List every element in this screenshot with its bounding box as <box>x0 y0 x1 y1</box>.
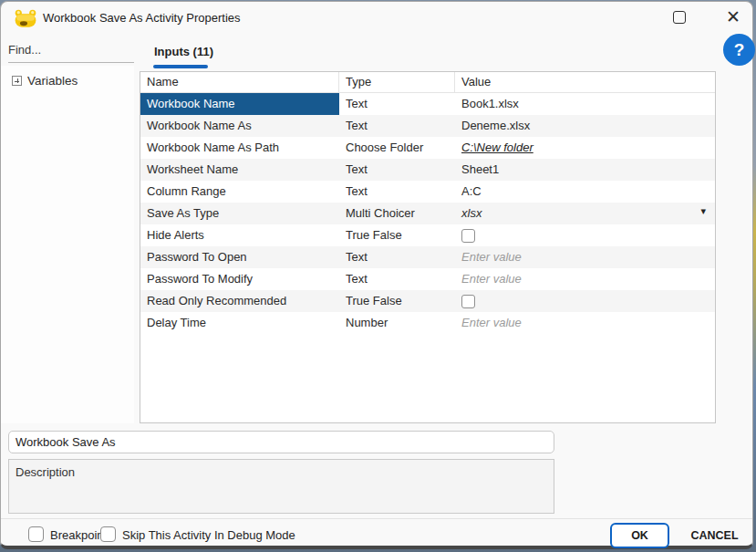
column-header-type[interactable]: Type <box>339 72 455 92</box>
row-type-cell: True False <box>339 224 455 246</box>
row-value-cell[interactable] <box>455 224 715 246</box>
row-value-cell[interactable]: A:C <box>455 181 715 203</box>
tree-item-variables[interactable]: Variables <box>12 74 78 88</box>
row-type-cell: Text <box>339 246 455 268</box>
properties-dialog: Workbook Save As Activity Properties ✕ ?… <box>0 1 753 549</box>
value-text[interactable]: xlsx <box>461 206 482 220</box>
row-name-cell[interactable]: Worksheet Name <box>140 159 339 181</box>
row-type-cell: Text <box>339 181 455 203</box>
row-type-cell: Text <box>339 268 455 290</box>
help-button[interactable]: ? <box>723 34 755 66</box>
row-name-cell[interactable]: Workbook Name <box>140 93 339 115</box>
row-type-cell: Text <box>339 115 455 137</box>
row-type-cell: Number <box>339 312 455 334</box>
column-header-value[interactable]: Value <box>455 72 715 92</box>
value-text[interactable]: Enter value <box>461 272 522 286</box>
row-value-cell[interactable]: Book1.xlsx <box>455 93 715 115</box>
description-textarea[interactable]: Description <box>8 459 554 514</box>
expand-plus-icon[interactable] <box>12 76 22 86</box>
table-row[interactable]: Workbook Name Text Book1.xlsx <box>140 93 715 115</box>
value-text[interactable]: Sheet1 <box>461 162 499 176</box>
value-text[interactable]: Deneme.xlsx <box>461 119 530 132</box>
value-checkbox[interactable] <box>461 229 475 243</box>
breakpoint-label: Breakpoint <box>50 528 107 542</box>
inputs-table: Name Type Value Workbook Name Text Book1… <box>140 71 716 423</box>
value-text[interactable]: Enter value <box>461 316 522 329</box>
row-name-cell[interactable]: Read Only Recommended <box>140 290 339 312</box>
table-row[interactable]: Password To Open Text Enter value <box>140 246 715 268</box>
row-type-cell: Text <box>339 159 455 181</box>
row-name-cell[interactable]: Delay Time <box>140 312 339 334</box>
row-value-cell[interactable]: Sheet1 <box>455 159 715 181</box>
row-name-cell[interactable]: Workbook Name As Path <box>140 137 339 159</box>
row-value-cell[interactable]: xlsx▾ <box>455 203 715 224</box>
table-row[interactable]: Column Range Text A:C <box>140 181 715 203</box>
ok-button[interactable]: OK <box>610 523 669 548</box>
table-row[interactable]: Password To Modify Text Enter value <box>140 268 715 290</box>
row-type-cell: Multi Choicer <box>339 203 455 224</box>
column-header-name[interactable]: Name <box>140 72 339 92</box>
table-row[interactable]: Save As Type Multi Choicer xlsx▾ <box>140 203 715 224</box>
value-text[interactable]: C:\New folder <box>461 141 533 154</box>
table-row[interactable]: Workbook Name As Path Choose Folder C:\N… <box>140 137 715 159</box>
value-text[interactable]: A:C <box>461 184 482 198</box>
breakpoint-checkbox[interactable] <box>28 526 44 542</box>
table-header: Name Type Value <box>140 72 715 93</box>
tree-item-label: Variables <box>27 74 78 88</box>
window-title: Workbook Save As Activity Properties <box>43 11 241 25</box>
table-row[interactable]: Delay Time Number Enter value <box>140 312 715 334</box>
row-type-cell: Choose Folder <box>339 137 455 159</box>
dropdown-arrow-icon[interactable]: ▾ <box>700 205 706 217</box>
table-row[interactable]: Read Only Recommended True False <box>140 290 715 312</box>
value-text[interactable]: Book1.xlsx <box>461 97 519 110</box>
value-checkbox[interactable] <box>461 295 475 308</box>
row-value-cell[interactable]: Deneme.xlsx <box>455 115 715 137</box>
value-text[interactable]: Enter value <box>461 250 522 264</box>
row-name-cell[interactable]: Hide Alerts <box>140 224 339 246</box>
row-type-cell: Text <box>339 93 455 115</box>
table-body: Workbook Name Text Book1.xlsx Workbook N… <box>140 93 715 334</box>
footer-divider <box>1 518 752 519</box>
activity-name-input[interactable]: Workbook Save As <box>8 431 554 453</box>
table-row[interactable]: Worksheet Name Text Sheet1 <box>140 159 715 181</box>
table-row[interactable]: Workbook Name As Text Deneme.xlsx <box>140 115 715 137</box>
maximize-button[interactable] <box>673 11 686 24</box>
titlebar: Workbook Save As Activity Properties ✕ <box>1 2 752 35</box>
row-name-cell[interactable]: Workbook Name As <box>140 115 339 137</box>
row-name-cell[interactable]: Password To Open <box>140 246 339 268</box>
row-value-cell[interactable] <box>455 290 715 312</box>
row-value-cell[interactable]: Enter value <box>455 312 715 334</box>
row-type-cell: True False <box>339 290 455 312</box>
row-name-cell[interactable]: Save As Type <box>140 203 339 224</box>
table-row[interactable]: Hide Alerts True False <box>140 224 715 246</box>
row-value-cell[interactable]: Enter value <box>455 246 715 268</box>
skip-debug-label: Skip This Activity In Debug Mode <box>122 528 295 542</box>
row-name-cell[interactable]: Password To Modify <box>140 268 339 290</box>
tab-active-underline <box>153 65 208 68</box>
find-input[interactable]: Find... <box>8 43 134 63</box>
cancel-button[interactable]: CANCEL <box>680 523 749 548</box>
row-value-cell[interactable]: C:\New folder <box>455 137 715 159</box>
row-name-cell[interactable]: Column Range <box>140 181 339 203</box>
variables-tree: Variables <box>1 66 134 423</box>
row-value-cell[interactable]: Enter value <box>455 268 715 290</box>
skip-debug-checkbox[interactable] <box>100 526 116 542</box>
app-bee-icon <box>14 8 37 28</box>
close-icon[interactable]: ✕ <box>721 5 745 29</box>
tab-inputs[interactable]: Inputs (11) <box>154 45 213 58</box>
